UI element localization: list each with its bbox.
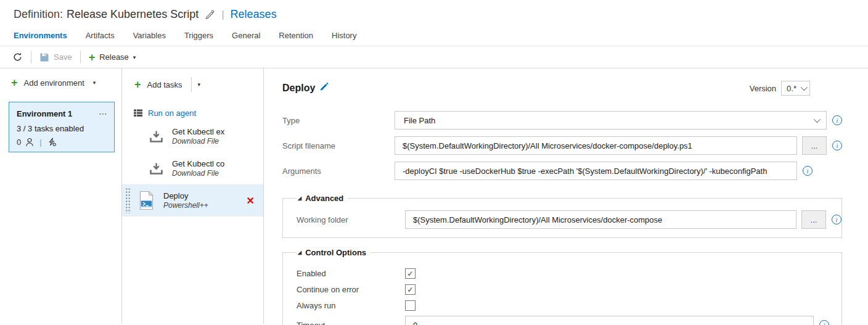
run-on-agent-group[interactable]: Run on agent <box>133 108 263 118</box>
edit-task-name-pencil-icon[interactable] <box>320 81 329 91</box>
definition-title-prefix: Definition: <box>14 8 63 21</box>
add-tasks-button[interactable]: + Add tasks ▾ <box>134 77 263 92</box>
environment-menu-ellipsis-icon[interactable]: ⋯ <box>99 109 108 118</box>
continue-on-error-checkbox[interactable]: ✓ <box>405 284 416 295</box>
add-icon: + <box>89 52 96 63</box>
chevron-down-icon: ▾ <box>93 80 96 86</box>
tab-retention[interactable]: Retention <box>279 31 313 40</box>
releases-link[interactable]: Releases <box>231 8 277 21</box>
version-group: Version 0.* <box>750 81 810 96</box>
edit-title-pencil-icon[interactable] <box>205 9 215 20</box>
collapse-triangle-icon: ◢ <box>298 195 301 201</box>
task-type: Download File <box>172 137 224 146</box>
tab-environments[interactable]: Environments <box>14 31 67 40</box>
control-options-section: ◢ Control Options Enabled ✓ Continue on … <box>282 248 842 325</box>
tab-variables[interactable]: Variables <box>133 31 166 40</box>
info-icon[interactable]: i <box>819 320 829 325</box>
save-icon <box>39 52 49 62</box>
add-icon: + <box>11 77 18 88</box>
add-icon: + <box>134 79 141 90</box>
download-file-icon <box>149 130 163 143</box>
check-icon: ✓ <box>407 286 413 294</box>
task-item-get-kubectl-ex[interactable]: Get Kubectl ex Download File <box>122 120 263 152</box>
task-name: Get Kubectl co <box>172 159 224 168</box>
page-header: Definition: Release Kubernetes Script | … <box>0 0 868 68</box>
task-item-deploy-selected[interactable]: Deploy Powershell++ ✕ <box>122 184 263 216</box>
remove-task-icon[interactable]: ✕ <box>247 195 255 207</box>
release-button[interactable]: + Release ▾ <box>89 52 136 63</box>
chevron-down-icon <box>801 84 808 91</box>
version-value: 0.* <box>787 84 796 93</box>
save-button[interactable]: Save <box>39 52 72 62</box>
always-run-label: Always run <box>297 301 405 310</box>
task-item-get-kubectl-co[interactable]: Get Kubectl co Download File <box>122 152 263 184</box>
arguments-row: Arguments i <box>282 162 842 180</box>
type-label: Type <box>282 116 395 125</box>
working-folder-label: Working folder <box>297 215 405 224</box>
refresh-button[interactable] <box>12 52 23 62</box>
approvers-person-icon[interactable] <box>25 138 34 147</box>
tab-artifacts[interactable]: Artifacts <box>86 31 115 40</box>
info-icon[interactable]: i <box>832 115 842 125</box>
chevron-down-icon: ▾ <box>133 54 136 60</box>
timeout-row: Timeout i <box>297 316 841 325</box>
environment-card[interactable]: Environment 1 ⋯ 3 / 3 tasks enabled 0 | <box>9 102 115 152</box>
browse-button[interactable]: ... <box>801 210 826 229</box>
tasks-panel: + Add tasks ▾ Run on agent Get Kubectl e… <box>122 68 264 324</box>
always-run-checkbox[interactable] <box>405 300 416 311</box>
enabled-label: Enabled <box>297 269 405 278</box>
collapse-triangle-icon: ◢ <box>298 250 301 255</box>
continue-on-error-label: Continue on error <box>297 285 405 294</box>
control-options-section-header[interactable]: ◢ Control Options <box>297 248 371 257</box>
tab-history[interactable]: History <box>332 31 356 40</box>
task-name: Get Kubectl ex <box>172 127 224 136</box>
info-icon[interactable]: i <box>832 141 842 150</box>
control-options-section-label: Control Options <box>305 248 366 257</box>
advanced-section-header[interactable]: ◢ Advanced <box>297 194 348 203</box>
continue-on-error-row: Continue on error ✓ <box>297 284 841 295</box>
title-separator: | <box>221 9 224 21</box>
task-type: Download File <box>172 169 224 178</box>
environment-icon-separator: | <box>39 138 41 147</box>
browse-button[interactable]: ... <box>802 136 827 155</box>
task-editor-title: Deploy <box>282 83 315 94</box>
working-folder-input[interactable] <box>405 210 796 229</box>
environment-name: Environment 1 <box>17 109 72 118</box>
add-environment-button[interactable]: + Add environment ▾ <box>11 77 121 88</box>
save-button-label: Save <box>54 52 72 62</box>
arguments-input[interactable] <box>395 162 797 180</box>
refresh-icon <box>12 52 23 62</box>
enabled-row: Enabled ✓ <box>297 268 841 279</box>
add-environment-label: Add environment <box>24 78 84 88</box>
advanced-section-label: Advanced <box>305 194 343 203</box>
working-folder-row: Working folder ... i <box>297 210 841 229</box>
deployment-conditions-icon[interactable] <box>47 138 57 147</box>
type-select[interactable]: File Path <box>395 111 827 130</box>
main-content: + Add environment ▾ Environment 1 ⋯ 3 / … <box>0 68 868 324</box>
script-filename-input[interactable] <box>395 136 797 155</box>
powershell-task-icon <box>138 191 155 210</box>
definition-title: Release Kubernetes Script <box>67 8 199 21</box>
version-label: Version <box>750 84 776 93</box>
chevron-down-icon <box>814 116 821 123</box>
tab-general[interactable]: General <box>232 31 260 40</box>
approvals-count: 0 <box>17 138 21 147</box>
toolbar: Save + Release ▾ <box>0 46 868 68</box>
download-file-icon <box>149 162 163 175</box>
type-value: File Path <box>404 116 435 125</box>
info-icon[interactable]: i <box>803 166 813 176</box>
info-icon[interactable]: i <box>832 215 841 224</box>
chevron-down-icon[interactable]: ▾ <box>198 81 201 88</box>
environment-tasks-summary: 3 / 3 tasks enabled <box>17 124 108 133</box>
script-filename-label: Script filename <box>282 141 395 150</box>
timeout-input[interactable] <box>405 316 814 325</box>
task-type: Powershell++ <box>163 201 208 210</box>
drag-handle-icon[interactable] <box>125 187 131 213</box>
type-row: Type File Path i <box>282 111 842 130</box>
arguments-label: Arguments <box>282 167 395 176</box>
timeout-label: Timeout <box>297 321 405 325</box>
tab-triggers[interactable]: Triggers <box>184 31 213 40</box>
version-select[interactable]: 0.* <box>781 81 810 96</box>
script-filename-row: Script filename ... i <box>282 136 842 155</box>
enabled-checkbox[interactable]: ✓ <box>405 268 416 279</box>
